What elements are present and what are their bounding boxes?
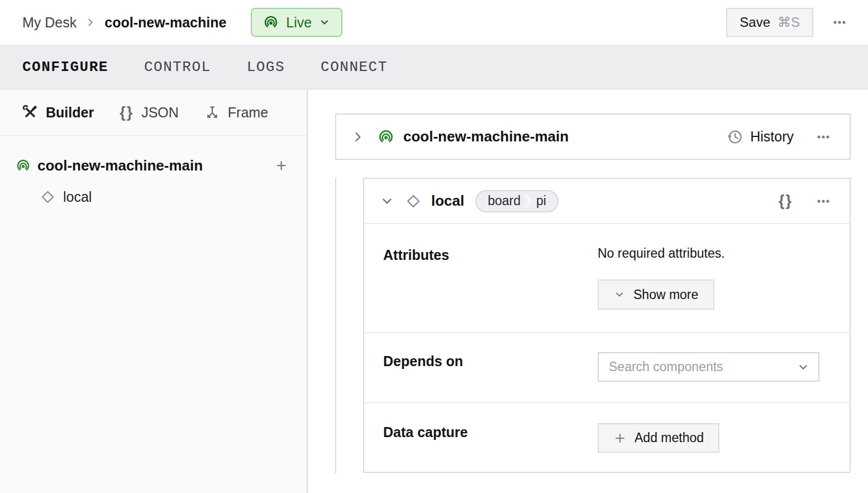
depends-on-section: Depends on bbox=[364, 333, 850, 402]
tab-logs[interactable]: LOGS bbox=[247, 59, 285, 75]
view-tab-builder[interactable]: Builder bbox=[22, 105, 94, 121]
view-mode-bar: Builder {} JSON Frame bbox=[0, 89, 307, 136]
breadcrumb-chevron-icon bbox=[85, 17, 96, 27]
tab-connect[interactable]: CONNECT bbox=[321, 59, 388, 75]
history-button[interactable]: History bbox=[723, 128, 797, 146]
ellipsis-icon bbox=[815, 130, 832, 144]
plus-icon bbox=[613, 432, 627, 445]
status-chevron-down-icon bbox=[319, 17, 330, 28]
search-components-input[interactable] bbox=[608, 359, 797, 375]
history-clock-icon bbox=[726, 129, 743, 145]
component-diamond-icon bbox=[40, 189, 55, 205]
tools-icon bbox=[22, 105, 38, 120]
component-name: local bbox=[431, 192, 464, 210]
chevron-down-icon bbox=[614, 289, 625, 300]
collapse-chevron-down-icon[interactable] bbox=[381, 195, 393, 207]
configure-sidebar: Builder {} JSON Frame bbox=[0, 89, 308, 493]
depends-on-label: Depends on bbox=[383, 352, 598, 402]
ellipsis-icon bbox=[831, 15, 848, 30]
component-card-local: local board pi {} Attributes bbox=[363, 178, 851, 473]
machine-part-card: cool-new-machine-main History bbox=[335, 113, 851, 160]
broadcast-icon bbox=[378, 129, 394, 145]
tree-item-component-local[interactable]: local bbox=[0, 181, 307, 212]
tree-guide-line bbox=[335, 178, 336, 473]
broadcast-icon bbox=[263, 15, 279, 30]
breadcrumb-current: cool-new-machine bbox=[104, 15, 226, 31]
component-type-badge: board pi bbox=[475, 190, 559, 212]
machine-card-overflow-menu-button[interactable] bbox=[809, 126, 837, 148]
broadcast-icon bbox=[16, 158, 31, 173]
tab-control[interactable]: CONTROL bbox=[144, 59, 211, 75]
view-tab-json[interactable]: {} JSON bbox=[120, 104, 179, 121]
status-label: Live bbox=[286, 15, 312, 31]
attributes-label: Attributes bbox=[383, 246, 598, 333]
braces-icon: {} bbox=[120, 104, 133, 121]
view-tab-label: JSON bbox=[141, 105, 179, 121]
component-card-header: local board pi {} bbox=[364, 179, 850, 224]
app-window: My Desk cool-new-machine Live Save bbox=[0, 0, 868, 493]
topbar-actions: Save ⌘S bbox=[726, 8, 853, 37]
topbar-overflow-menu-button[interactable] bbox=[826, 12, 853, 33]
configure-main-panel: cool-new-machine-main History bbox=[309, 89, 868, 493]
component-overflow-menu-button[interactable] bbox=[809, 191, 837, 212]
tab-configure[interactable]: CONFIGURE bbox=[22, 59, 108, 75]
machine-part-tree: cool-new-machine-main + local bbox=[0, 136, 307, 212]
axes-icon bbox=[204, 105, 220, 120]
depends-on-select[interactable] bbox=[598, 352, 819, 382]
tree-item-machine-part[interactable]: cool-new-machine-main + bbox=[0, 150, 307, 181]
save-shortcut-hint: ⌘S bbox=[778, 15, 800, 30]
data-capture-label: Data capture bbox=[383, 423, 598, 473]
history-label: History bbox=[750, 129, 794, 145]
attributes-section: Attributes No required attributes. Show … bbox=[364, 224, 850, 333]
tree-item-label: cool-new-machine-main bbox=[37, 157, 273, 174]
show-more-label: Show more bbox=[633, 287, 698, 302]
add-method-label: Add method bbox=[635, 430, 704, 445]
breadcrumb-parent[interactable]: My Desk bbox=[22, 15, 77, 31]
tree-item-label: local bbox=[63, 189, 92, 205]
add-method-button[interactable]: Add method bbox=[598, 423, 719, 453]
badge-divider-chevron-icon bbox=[524, 190, 533, 212]
machine-status-badge[interactable]: Live bbox=[251, 8, 342, 37]
add-component-button[interactable]: + bbox=[273, 157, 290, 174]
attributes-empty-text: No required attributes. bbox=[598, 246, 833, 261]
machine-part-title: cool-new-machine-main bbox=[403, 128, 569, 145]
show-more-button[interactable]: Show more bbox=[598, 279, 714, 310]
ellipsis-icon bbox=[815, 194, 832, 208]
component-model: pi bbox=[533, 193, 557, 208]
view-tab-label: Builder bbox=[46, 105, 94, 121]
primary-tab-bar: CONFIGURE CONTROL LOGS CONNECT bbox=[0, 45, 868, 89]
view-tab-label: Frame bbox=[228, 105, 268, 121]
top-bar: My Desk cool-new-machine Live Save bbox=[0, 0, 868, 45]
save-button-label: Save bbox=[740, 15, 770, 30]
breadcrumb: My Desk cool-new-machine bbox=[22, 15, 226, 31]
component-json-button[interactable]: {} bbox=[775, 192, 796, 210]
data-capture-section: Data capture Add method bbox=[364, 402, 850, 473]
select-chevron-down-icon bbox=[797, 361, 809, 373]
expand-chevron-right-icon[interactable] bbox=[352, 131, 364, 143]
view-tab-frame[interactable]: Frame bbox=[204, 105, 268, 121]
component-type: board bbox=[476, 193, 524, 208]
save-button[interactable]: Save ⌘S bbox=[726, 8, 813, 37]
component-diamond-icon bbox=[406, 193, 421, 209]
